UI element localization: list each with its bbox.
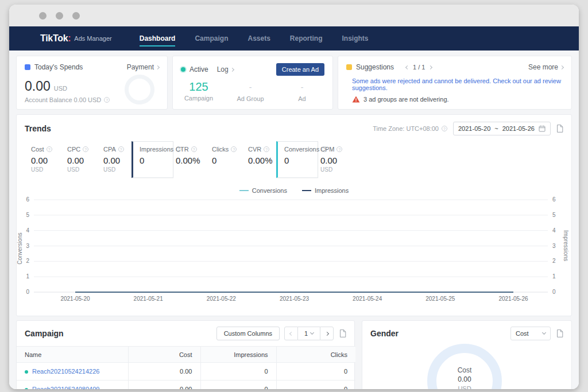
- svg-text:3: 3: [552, 243, 556, 249]
- active-stat-ad-group[interactable]: -Ad Group: [225, 80, 276, 102]
- calendar-icon: [539, 125, 546, 132]
- metric-cards-row: Cost0.00USDCPC0.00USDCPA0.00USDImpressio…: [17, 141, 571, 178]
- svg-text:2021-05-23: 2021-05-23: [280, 296, 310, 302]
- info-icon[interactable]: [442, 126, 447, 131]
- metric-label-text: CVR: [248, 146, 261, 153]
- metric-unit: USD: [31, 166, 59, 173]
- svg-text:0: 0: [26, 289, 29, 295]
- export-campaign-icon[interactable]: [339, 329, 346, 337]
- active-stat-campaign[interactable]: 125Campaign: [173, 80, 225, 102]
- chevron-left-icon[interactable]: [405, 65, 409, 69]
- svg-text:0: 0: [552, 289, 556, 295]
- date-start: 2021-05-20: [458, 125, 490, 132]
- create-ad-button[interactable]: Create an Ad: [276, 63, 324, 76]
- campaign-name-cell: Reach20210524080409: [17, 381, 128, 390]
- nav-tab-dashboard[interactable]: Dashboard: [140, 31, 176, 46]
- active-stat-ad[interactable]: -Ad: [276, 80, 328, 102]
- trends-title: Trends: [25, 124, 51, 133]
- custom-columns-button[interactable]: Custom Columns: [216, 327, 280, 340]
- svg-text:1: 1: [26, 273, 29, 280]
- nav-tab-reporting[interactable]: Reporting: [290, 31, 323, 46]
- campaign-name-link[interactable]: Reach20210524080409: [32, 386, 99, 389]
- info-icon[interactable]: [264, 146, 269, 152]
- top-navbar: TikTok: Ads Manager DashboardCampaignAss…: [9, 26, 579, 51]
- metric-label: Cost: [31, 146, 59, 153]
- active-status-icon: [181, 67, 185, 72]
- svg-text:1: 1: [552, 273, 556, 280]
- legend-label: Conversions: [252, 187, 287, 194]
- campaign-name-link[interactable]: Reach20210524214226: [32, 368, 99, 375]
- nav-tab-insights[interactable]: Insights: [342, 31, 369, 46]
- column-header-cost[interactable]: Cost: [128, 347, 200, 363]
- active-title: Active: [189, 65, 208, 73]
- selected-metric: Cost: [516, 330, 529, 337]
- gender-card: Gender Cost Cost 0.00 USD: [362, 320, 572, 389]
- metric-unit: USD: [103, 166, 131, 173]
- svg-text:2: 2: [552, 258, 556, 264]
- stat-value: -: [225, 80, 276, 94]
- page-select[interactable]: 1: [298, 327, 320, 340]
- metric-ctr[interactable]: CTR0.00%: [168, 141, 204, 178]
- metric-cpm[interactable]: CPM0.00USD: [312, 141, 349, 178]
- metric-label: Clicks: [212, 146, 239, 153]
- metric-unit: USD: [67, 166, 95, 173]
- payment-link[interactable]: Payment: [127, 63, 159, 71]
- info-icon[interactable]: [118, 146, 124, 152]
- chevron-down-icon: [542, 331, 546, 335]
- info-icon[interactable]: [231, 146, 237, 152]
- timezone-label: Time Zone: UTC+08:00: [373, 125, 439, 132]
- metric-cpa[interactable]: CPA0.00USD: [95, 141, 131, 178]
- gender-metric-select[interactable]: Cost: [510, 327, 551, 340]
- tiktok-logo[interactable]: TikTok:: [40, 33, 71, 44]
- info-icon[interactable]: [104, 97, 110, 103]
- nav-tab-assets[interactable]: Assets: [247, 31, 270, 46]
- stat-label: Campaign: [173, 95, 225, 102]
- next-page-button[interactable]: [320, 327, 334, 340]
- info-icon[interactable]: [83, 146, 88, 152]
- info-icon[interactable]: [47, 146, 52, 152]
- metric-label-text: CPA: [103, 146, 116, 153]
- stat-label: Ad: [276, 95, 328, 102]
- chevron-right-icon[interactable]: [428, 65, 432, 69]
- window-control-2[interactable]: [56, 12, 63, 20]
- svg-text:6: 6: [26, 196, 29, 203]
- export-report-icon[interactable]: [556, 125, 563, 133]
- see-more-link[interactable]: See more: [528, 63, 563, 71]
- product-name: Ads Manager: [74, 35, 111, 42]
- column-header-name[interactable]: Name: [17, 347, 128, 363]
- spends-icon: [25, 64, 30, 70]
- rejected-ads-message-link[interactable]: Some ads were rejected and cannot be del…: [352, 77, 563, 91]
- date-range-picker[interactable]: 2021-05-20 ~ 2021-05-26: [453, 122, 551, 135]
- status-dot-icon: [25, 370, 28, 374]
- metric-label: CPM: [320, 146, 348, 153]
- metric-cpc[interactable]: CPC0.00USD: [59, 141, 95, 178]
- info-icon[interactable]: [336, 146, 342, 152]
- legend-conversions[interactable]: Conversions: [239, 187, 287, 194]
- metric-unit: [212, 166, 239, 173]
- spends-value: 0.00: [25, 79, 51, 94]
- metric-label: CPC: [67, 146, 95, 153]
- gender-title: Gender: [370, 329, 399, 338]
- metric-label: CTR: [176, 146, 203, 153]
- clicks-cell: 0: [276, 363, 355, 381]
- window-control-3[interactable]: [72, 12, 80, 20]
- log-link[interactable]: Log: [217, 65, 234, 73]
- metric-label-text: CTR: [176, 146, 189, 153]
- window-control-1[interactable]: [39, 12, 47, 20]
- donut-center-value: 0.00: [427, 375, 502, 384]
- metric-cost[interactable]: Cost0.00USD: [23, 141, 59, 178]
- legend-impressions[interactable]: Impressions: [302, 187, 349, 194]
- metric-cvr[interactable]: CVR0.00%: [240, 141, 276, 178]
- metric-clicks[interactable]: Clicks0: [204, 141, 240, 178]
- column-header-impressions[interactable]: Impressions: [200, 347, 276, 363]
- export-gender-icon[interactable]: [556, 329, 563, 337]
- prev-page-button[interactable]: [284, 327, 298, 340]
- info-icon[interactable]: [191, 146, 197, 152]
- metric-label: CPA: [103, 146, 131, 153]
- nav-tab-campaign[interactable]: Campaign: [195, 31, 228, 46]
- chevron-right-icon: [560, 65, 564, 69]
- svg-text:2021-05-22: 2021-05-22: [207, 296, 237, 302]
- suggestions-pager: 1 / 1: [406, 64, 432, 71]
- column-header-clicks[interactable]: Clicks: [276, 347, 355, 363]
- svg-text:2021-05-24: 2021-05-24: [353, 296, 382, 302]
